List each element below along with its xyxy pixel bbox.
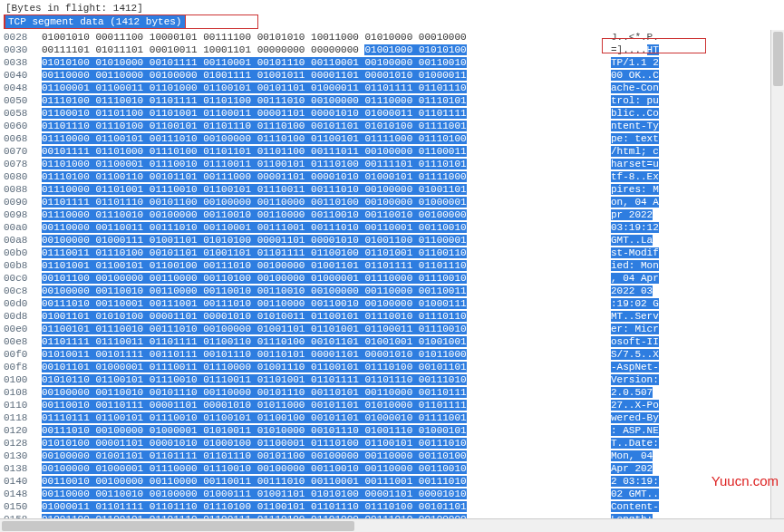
binary-row[interactable]: 01101000 01100001 01110010 01110011 0110…	[42, 158, 605, 170]
binary-row[interactable]: 01001101 01010100 00001101 00001010 0101…	[42, 310, 605, 323]
binary-row[interactable]: 01010110 01100101 01110010 01110011 0110…	[42, 373, 605, 386]
ascii-row[interactable]: Apr 202	[611, 462, 696, 475]
binary-row[interactable]: 00110000 00110010 00100000 01000111 0100…	[42, 488, 605, 500]
offset-value: 0100	[4, 373, 36, 386]
offset-value: 00f0	[4, 348, 36, 361]
ascii-row[interactable]: :19:02 G	[611, 297, 696, 310]
ascii-row[interactable]: wered-By	[611, 411, 696, 424]
ascii-row[interactable]: 00 OK..C	[611, 69, 696, 82]
watermark-text: Yuucn.com	[711, 473, 779, 488]
ascii-row[interactable]: pr 2022	[611, 208, 696, 221]
ascii-row[interactable]: osoft-II	[611, 335, 696, 348]
binary-row[interactable]: 01100101 01110010 00111010 00100000 0100…	[42, 323, 605, 335]
offset-value: 00a8	[4, 234, 36, 247]
offset-value: 0030	[4, 44, 36, 56]
horizontal-scrollbar[interactable]	[0, 518, 784, 532]
ascii-row[interactable]: trol: pu	[611, 94, 696, 107]
ascii-row[interactable]: er: Micr	[611, 323, 696, 335]
binary-row[interactable]: 01110111 01100101 01110010 01100101 0110…	[42, 411, 605, 424]
ascii-row[interactable]: Mon, 04	[611, 450, 696, 462]
ascii-row[interactable]: GMT..La	[611, 234, 696, 247]
hex-dump-pane[interactable]: 0028003000380040004800500058006000680070…	[0, 31, 784, 526]
binary-column[interactable]: 01001010 00011100 10000101 00111100 0010…	[42, 31, 605, 526]
horizontal-scroll-thumb[interactable]	[2, 521, 354, 531]
binary-row[interactable]: 01101110 01110100 01100101 01101110 0111…	[42, 120, 605, 132]
ascii-row[interactable]: 27..X-Po	[611, 399, 696, 411]
binary-row[interactable]: 01110000 01100101 00111010 00100000 0111…	[42, 132, 605, 145]
ascii-row[interactable]: st-Modif	[611, 247, 696, 259]
ascii-row[interactable]: MT..Serv	[611, 310, 696, 323]
binary-row[interactable]: 01000011 01101111 01101110 01110100 0110…	[42, 500, 605, 513]
binary-row[interactable]: 01010100 00001101 00001010 01000100 0110…	[42, 437, 605, 450]
binary-row[interactable]: 00101101 01000001 01110011 01110000 0100…	[42, 361, 605, 373]
binary-row[interactable]: 01110000 01101001 01110010 01100101 0111…	[42, 183, 605, 196]
binary-row[interactable]: 00110010 00110111 00001101 00001010 0101…	[42, 399, 605, 411]
ascii-row[interactable]: /html; c	[611, 145, 696, 158]
binary-row[interactable]: 01100010 01101100 01101001 01100011 0000…	[42, 107, 605, 120]
ascii-row[interactable]: tf-8..Ex	[611, 170, 696, 183]
binary-row[interactable]: 01110000 01110010 00100000 00110010 0011…	[42, 208, 605, 221]
ascii-row[interactable]: 2 03:19:	[611, 475, 696, 488]
binary-row[interactable]: 00111010 00110001 00111001 00111010 0011…	[42, 297, 605, 310]
binary-row[interactable]: 01110100 01110010 01101111 01101100 0011…	[42, 94, 605, 107]
binary-row[interactable]: 00101100 00100000 00110000 00110100 0010…	[42, 272, 605, 285]
binary-row[interactable]: 00111101 01011101 00010011 10001101 0000…	[42, 44, 605, 56]
binary-row[interactable]: 01101111 01110011 01101111 01100110 0111…	[42, 335, 605, 348]
ascii-row[interactable]: 2.0.507	[611, 386, 696, 399]
ascii-row[interactable]: on, 04 A	[611, 196, 696, 208]
binary-row[interactable]: 00100000 01000111 01001101 01010100 0000…	[42, 234, 605, 247]
ascii-row[interactable]: blic..Co	[611, 107, 696, 120]
ascii-row[interactable]: , 04 Apr	[611, 272, 696, 285]
offset-value: 0080	[4, 170, 36, 183]
ascii-row[interactable]: J..<*.P.	[611, 31, 696, 44]
vertical-scrollbar[interactable]	[770, 30, 784, 518]
ascii-row[interactable]: Content-	[611, 500, 696, 513]
offset-value: 0050	[4, 94, 36, 107]
tcp-segment-label[interactable]: TCP segment data (1412 bytes)	[4, 15, 186, 29]
ascii-row[interactable]: S/7.5..X	[611, 348, 696, 361]
ascii-row[interactable]: ache-Con	[611, 82, 696, 94]
offset-value: 00c8	[4, 285, 36, 297]
binary-row[interactable]: 00100000 00110010 00110000 00110010 0011…	[42, 285, 605, 297]
offset-value: 0118	[4, 411, 36, 424]
vertical-scroll-thumb[interactable]	[773, 32, 783, 86]
offset-value: 0028	[4, 31, 36, 44]
ascii-row[interactable]: T..Date:	[611, 437, 696, 450]
ascii-row[interactable]: =]....HT	[611, 44, 696, 56]
ascii-row[interactable]: : ASP.NE	[611, 424, 696, 437]
binary-row[interactable]: 00110000 00110011 00111010 00110001 0011…	[42, 221, 605, 234]
binary-row[interactable]: 01110011 01110100 00101101 01001101 0110…	[42, 247, 605, 259]
binary-row[interactable]: 00110000 00110000 00100000 01001111 0100…	[42, 69, 605, 82]
binary-row[interactable]: 01010100 01010000 00101111 00110001 0010…	[42, 56, 605, 69]
ascii-row[interactable]: 03:19:12	[611, 221, 696, 234]
ascii-row[interactable]: -AspNet-	[611, 361, 696, 373]
binary-row[interactable]: 00100000 00110010 00101110 00110000 0010…	[42, 386, 605, 399]
binary-row[interactable]: 01100001 01100011 01101000 01100101 0010…	[42, 82, 605, 94]
offset-value: 00c0	[4, 272, 36, 285]
binary-row[interactable]: 01010011 00101111 00110111 00101110 0011…	[42, 348, 605, 361]
ascii-row[interactable]: ied: Mon	[611, 259, 696, 272]
ascii-row[interactable]: 2022 03	[611, 285, 696, 297]
ascii-row[interactable]: 02 GMT..	[611, 488, 696, 500]
offset-value: 0108	[4, 386, 36, 399]
binary-row[interactable]: 00111010 00100000 01000001 01010011 0101…	[42, 424, 605, 437]
binary-row[interactable]: 00101111 01101000 01110100 01101101 0110…	[42, 145, 605, 158]
offset-value: 00f8	[4, 361, 36, 373]
offset-value: 00b8	[4, 259, 36, 272]
ascii-row[interactable]: ntent-Ty	[611, 120, 696, 132]
ascii-column[interactable]: J..<*.P.=]....HTTP/1.1 200 OK..Cache-Con…	[605, 31, 696, 526]
binary-row[interactable]: 01101111 01101110 00101100 00100000 0011…	[42, 196, 605, 208]
ascii-row[interactable]: harset=u	[611, 158, 696, 170]
ascii-row[interactable]: pires: M	[611, 183, 696, 196]
binary-row[interactable]: 01001010 00011100 10000101 00111100 0010…	[42, 31, 605, 44]
ascii-row[interactable]: TP/1.1 2	[611, 56, 696, 69]
offset-value: 00d8	[4, 310, 36, 323]
ascii-row[interactable]: pe: text	[611, 132, 696, 145]
binary-row[interactable]: 00100000 01000001 01110000 01110010 0010…	[42, 462, 605, 475]
binary-row[interactable]: 01110100 01100110 00101101 00111000 0000…	[42, 170, 605, 183]
binary-row[interactable]: 01101001 01100101 01100100 00111010 0010…	[42, 259, 605, 272]
binary-row[interactable]: 00110010 00100000 00110000 00110011 0011…	[42, 475, 605, 488]
offset-value: 0060	[4, 120, 36, 132]
ascii-row[interactable]: Version:	[611, 373, 696, 386]
binary-row[interactable]: 00100000 01001101 01101111 01101110 0010…	[42, 450, 605, 462]
